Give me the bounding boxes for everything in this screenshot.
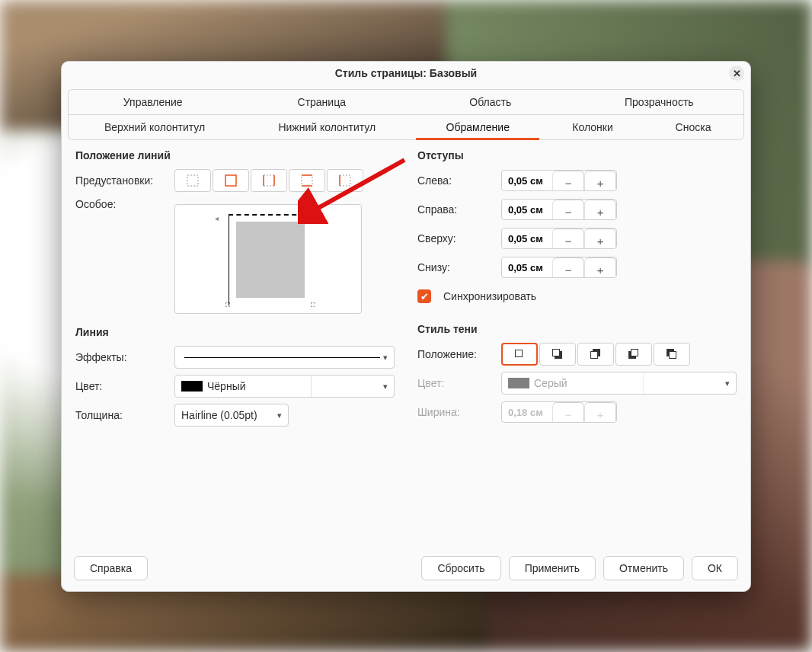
border-left-icon — [339, 174, 351, 187]
close-icon: ✕ — [733, 69, 741, 78]
svg-rect-1 — [225, 175, 236, 186]
line-color-value: Чёрный — [207, 380, 246, 392]
presets-label: Предустановки: — [75, 174, 167, 187]
page-style-dialog: Стиль страницы: Базовый ✕ Управление Стр… — [61, 61, 751, 592]
shadow-width-label: Ширина: — [417, 406, 494, 418]
color-swatch-gray — [508, 378, 529, 388]
preview-corner-br — [311, 302, 315, 307]
padding-left-input[interactable] — [502, 171, 552, 190]
tab-footnote[interactable]: Сноска — [643, 115, 743, 139]
sync-checkbox[interactable]: ✔ — [417, 289, 431, 303]
preset-none[interactable] — [174, 169, 211, 192]
increment-button[interactable]: + — [584, 171, 616, 191]
preview-page-area — [236, 222, 305, 298]
padding-left-spin[interactable]: −+ — [501, 170, 617, 191]
preset-left[interactable] — [327, 169, 363, 192]
shadow-color-combo: Серый ▾ — [501, 372, 737, 395]
tab-area[interactable]: Область — [406, 90, 575, 114]
line-color-combo[interactable]: Чёрный ▾ — [174, 375, 395, 398]
padding-left-label: Слева: — [417, 174, 494, 187]
preview-corner-bl — [225, 302, 230, 307]
tab-header[interactable]: Верхний колонтитул — [69, 115, 241, 139]
ok-button[interactable]: ОК — [692, 556, 738, 580]
increment-button[interactable]: + — [584, 200, 616, 220]
line-width-value: Hairline (0.05pt) — [181, 409, 257, 421]
custom-label: Особое: — [75, 198, 167, 210]
padding-top-label: Сверху: — [417, 232, 494, 244]
shadow-tr-icon — [590, 349, 601, 360]
chevron-down-icon: ▾ — [277, 411, 282, 420]
decrement-button[interactable]: − — [552, 171, 584, 191]
padding-right-label: Справа: — [417, 203, 494, 216]
shadow-bottom-left[interactable] — [615, 343, 652, 366]
increment-button[interactable]: + — [584, 257, 616, 278]
tab-columns[interactable]: Колонки — [542, 115, 643, 139]
svg-rect-8 — [340, 175, 350, 186]
cancel-button[interactable]: Отменить — [603, 556, 684, 580]
chevron-down-icon: ▾ — [719, 379, 730, 388]
svg-rect-2 — [264, 175, 274, 186]
line-style-combo[interactable]: ▾ — [174, 346, 395, 369]
shadow-top-left[interactable] — [654, 343, 690, 366]
decrement-button[interactable]: − — [552, 257, 584, 278]
line-width-row: Толщина: Hairline (0.05pt) ▾ — [75, 404, 395, 427]
svg-rect-0 — [187, 175, 198, 186]
padding-right-input[interactable] — [502, 200, 552, 219]
tab-transparency[interactable]: Прозрачность — [575, 90, 744, 114]
border-preview[interactable]: ◂ — [174, 204, 362, 314]
sync-row: ✔ Синхронизировать — [417, 285, 737, 308]
padding-top-spin[interactable]: −+ — [501, 228, 617, 249]
tab-footer[interactable]: Нижний колонтитул — [241, 115, 413, 139]
increment-button[interactable]: + — [584, 229, 616, 249]
preset-left-right[interactable] — [251, 169, 287, 192]
arrow-left-icon: ◂ — [215, 214, 219, 222]
preview-corner-tr — [311, 213, 315, 218]
chevron-down-icon: ▾ — [377, 382, 388, 392]
line-effects-row: Эффекты: ▾ — [75, 346, 395, 369]
padding-heading: Отступы — [417, 149, 737, 161]
border-none-icon — [187, 174, 199, 187]
shadow-width-row: Ширина: −+ — [417, 401, 737, 423]
decrement-button[interactable]: − — [552, 200, 584, 220]
shadow-color-value: Серый — [534, 377, 567, 389]
shadow-br-icon — [552, 349, 563, 360]
shadow-none-icon — [514, 349, 525, 360]
padding-top-input[interactable] — [502, 229, 552, 248]
decrement-button[interactable]: − — [552, 229, 584, 249]
preset-box[interactable] — [213, 169, 249, 192]
border-tb-icon — [301, 174, 313, 187]
right-column: Отступы Слева: −+ Справа: −+ Сверху: −+ … — [417, 145, 737, 541]
tab-management[interactable]: Управление — [69, 90, 238, 114]
shadow-top-right[interactable] — [577, 343, 614, 366]
tabs-row-1: Управление Страница Область Прозрачность — [68, 89, 744, 114]
effects-label: Эффекты: — [75, 351, 167, 363]
preview-top-edge-selected — [229, 214, 312, 216]
shadow-width-spin: −+ — [501, 401, 617, 423]
reset-button[interactable]: Сбросить — [421, 556, 500, 580]
line-color-row: Цвет: Чёрный ▾ — [75, 375, 395, 398]
padding-bottom-spin[interactable]: −+ — [501, 257, 617, 278]
padding-right-spin[interactable]: −+ — [501, 199, 617, 220]
svg-rect-5 — [302, 175, 312, 186]
preset-strip — [174, 169, 363, 192]
apply-button[interactable]: Применить — [509, 556, 596, 580]
tab-page[interactable]: Страница — [238, 90, 407, 114]
line-width-label: Толщина: — [75, 409, 167, 421]
help-button[interactable]: Справка — [74, 556, 148, 580]
shadow-position-strip — [501, 343, 690, 366]
shadow-color-row: Цвет: Серый ▾ — [417, 372, 737, 395]
dialog-content: Положение линий Предустановки: — [62, 140, 750, 548]
close-button[interactable]: ✕ — [729, 66, 744, 81]
shadow-width-input — [502, 402, 552, 422]
line-solid-icon — [184, 357, 380, 358]
decrement-button: − — [552, 402, 584, 423]
preset-top-bottom[interactable] — [289, 169, 325, 192]
line-width-combo[interactable]: Hairline (0.05pt) ▾ — [174, 404, 289, 427]
shadow-position-label: Положение: — [417, 348, 494, 360]
padding-bottom-input[interactable] — [502, 257, 552, 277]
shadow-bottom-right[interactable] — [539, 343, 576, 366]
tabs-row-2: Верхний колонтитул Нижний колонтитул Обр… — [68, 114, 744, 140]
shadow-none[interactable] — [501, 343, 538, 366]
tab-borders[interactable]: Обрамление — [413, 115, 542, 139]
increment-button: + — [584, 402, 616, 423]
